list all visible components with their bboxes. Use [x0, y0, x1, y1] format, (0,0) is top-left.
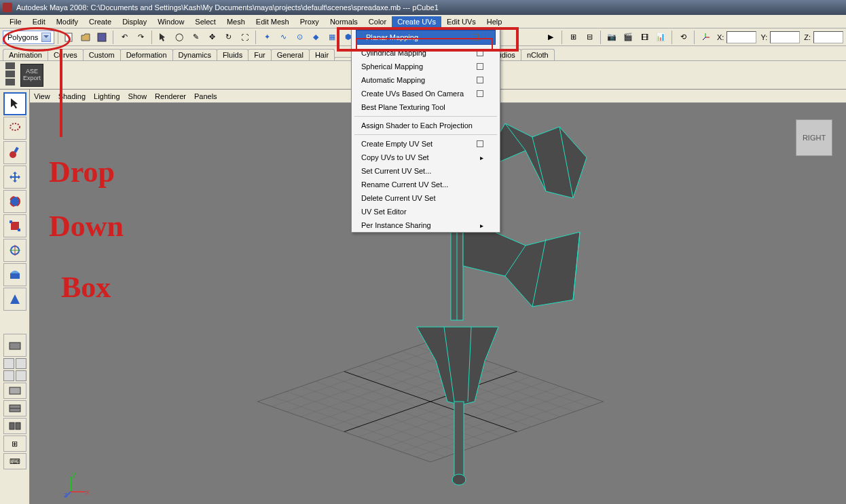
menu-item-create-empty-uvset[interactable]: Create Empty UV Set	[352, 137, 500, 151]
menu-item-cylindrical-mapping[interactable]: Cylindrical Mapping	[352, 46, 500, 60]
snap-plane-button[interactable]: ◆	[308, 30, 323, 45]
panel-menu-view[interactable]: View	[34, 92, 50, 100]
menu-display[interactable]: Display	[117, 16, 152, 27]
manipulator-tool[interactable]	[3, 239, 26, 262]
menu-normals[interactable]: Normals	[325, 16, 363, 27]
open-button[interactable]	[78, 30, 93, 45]
ase-export-button[interactable]: ASE Export	[20, 64, 43, 87]
menu-item-assign-shader[interactable]: Assign Shader to Each Projection	[352, 119, 500, 132]
panel-menu-lighting[interactable]: Lighting	[94, 92, 120, 100]
menu-window[interactable]: Window	[152, 16, 189, 27]
menu-mesh[interactable]: Mesh	[221, 16, 251, 27]
layout-2-button[interactable]: ⊟	[582, 30, 597, 45]
menu-item-automatic-mapping[interactable]: Automatic Mapping	[352, 73, 500, 87]
scale-tool[interactable]	[3, 214, 26, 237]
shelf-tab-deformation[interactable]: Deformation	[120, 49, 173, 60]
single-view-button[interactable]	[3, 334, 26, 357]
shelf-tab-hair[interactable]: Hair	[309, 49, 335, 60]
option-box-icon[interactable]	[477, 77, 483, 83]
menu-item-delete-uvset[interactable]: Delete Current UV Set	[352, 191, 500, 205]
soft-mod-tool[interactable]	[3, 263, 26, 286]
graph-button[interactable]: 📊	[653, 30, 668, 45]
shelf-tab-animation[interactable]: Animation	[3, 49, 48, 60]
view-cube[interactable]: RIGHT	[796, 119, 832, 156]
menu-item-uvset-editor[interactable]: UV Set Editor	[352, 205, 500, 218]
redo-button[interactable]: ↷	[133, 30, 148, 45]
shelf-tab-fur[interactable]: Fur	[248, 49, 272, 60]
menu-createuvs[interactable]: Create UVs	[392, 16, 441, 27]
option-box-icon[interactable]	[472, 34, 479, 41]
shelf-tab-curves[interactable]: Curves	[48, 49, 84, 60]
film-button[interactable]: 🎬	[621, 30, 636, 45]
option-box-icon[interactable]	[477, 90, 483, 97]
persp-view-button[interactable]	[3, 383, 26, 399]
layout-1-button[interactable]: ⊞	[566, 30, 581, 45]
menu-file[interactable]: File	[4, 16, 27, 27]
panel-menu-show[interactable]: Show	[128, 92, 147, 100]
snap-view-button[interactable]: ▦	[325, 30, 339, 45]
menu-edituvs[interactable]: Edit UVs	[441, 16, 481, 27]
move-tool[interactable]	[3, 166, 26, 189]
snap-curve-button[interactable]: ∿	[276, 30, 291, 45]
menu-item-spherical-mapping[interactable]: Spherical Mapping	[352, 60, 500, 73]
shelf-tab-dynamics[interactable]: Dynamics	[172, 49, 217, 60]
menu-create[interactable]: Create	[84, 16, 117, 27]
paint-select-button[interactable]: ✎	[188, 30, 203, 45]
option-box-icon[interactable]	[477, 140, 483, 147]
menu-item-create-uvs-camera[interactable]: Create UVs Based On Camera	[352, 87, 500, 100]
clip-button[interactable]: 🎞	[637, 30, 652, 45]
menu-editmesh[interactable]: Edit Mesh	[251, 16, 295, 27]
scale-button[interactable]: ⛶	[237, 30, 252, 45]
menu-item-best-plane-texturing[interactable]: Best Plane Texturing Tool	[352, 100, 500, 114]
shelf-menu-strip[interactable]	[5, 62, 16, 88]
script-button[interactable]: ⌨	[3, 453, 26, 469]
two-view-h-button[interactable]	[16, 358, 26, 369]
rotate-tool[interactable]	[3, 190, 26, 213]
move-button[interactable]: ✥	[204, 30, 219, 45]
lasso-button[interactable]: ◯	[172, 30, 187, 45]
option-box-icon[interactable]	[477, 50, 483, 56]
rotate-button[interactable]: ↻	[221, 30, 236, 45]
graph-editor-button[interactable]	[3, 418, 26, 434]
menu-select[interactable]: Select	[189, 16, 221, 27]
axis-icon[interactable]	[698, 30, 713, 45]
new-scene-button[interactable]	[62, 30, 77, 45]
two-view-v-button[interactable]	[3, 370, 14, 381]
panel-menu-renderer[interactable]: Renderer	[155, 92, 186, 100]
last-tool[interactable]	[3, 288, 26, 311]
module-dropdown[interactable]: Polygons	[3, 31, 54, 44]
x-input[interactable]	[727, 31, 756, 43]
option-box-icon[interactable]	[477, 63, 483, 70]
lasso-tool[interactable]	[3, 117, 26, 140]
menu-proxy[interactable]: Proxy	[295, 16, 325, 27]
four-view-button[interactable]	[3, 358, 14, 369]
menu-item-per-instance-sharing[interactable]: Per Instance Sharing	[352, 218, 500, 232]
playblast-button[interactable]: ▶	[543, 30, 558, 45]
menu-help[interactable]: Help	[481, 16, 508, 27]
menu-item-set-current-uvset[interactable]: Set Current UV Set...	[352, 164, 500, 178]
select-tool-button[interactable]	[155, 30, 170, 45]
menu-item-planar-mapping[interactable]: Planar Mapping	[356, 30, 496, 45]
undo-button[interactable]: ↶	[117, 30, 132, 45]
panel-menu-panels[interactable]: Panels	[194, 92, 217, 100]
hypershade-button[interactable]: ⊞	[3, 435, 26, 452]
snap-point-button[interactable]: ⊙	[292, 30, 307, 45]
menu-modify[interactable]: Modify	[51, 16, 84, 27]
construction-history-button[interactable]: ⟲	[676, 30, 691, 45]
menu-item-copy-uvs[interactable]: Copy UVs to UV Set	[352, 151, 500, 164]
shelf-tab-ncloth[interactable]: nCloth	[521, 49, 555, 60]
save-button[interactable]	[94, 30, 109, 45]
three-view-button[interactable]	[16, 370, 26, 381]
menu-item-rename-uvset[interactable]: Rename Current UV Set...	[352, 178, 500, 191]
z-input[interactable]	[813, 31, 843, 43]
y-input[interactable]	[770, 31, 800, 43]
menu-color[interactable]: Color	[363, 16, 392, 27]
shelf-tab-fluids[interactable]: Fluids	[217, 49, 249, 60]
cam-button[interactable]: 📷	[604, 30, 619, 45]
shelf-tab-general[interactable]: General	[271, 49, 310, 60]
shelf-tab-custom[interactable]: Custom	[83, 49, 121, 60]
menu-edit[interactable]: Edit	[27, 16, 51, 27]
outliner-button[interactable]	[3, 400, 26, 416]
paint-tool[interactable]	[3, 141, 26, 164]
snap-grid-button[interactable]: ✦	[259, 30, 274, 45]
